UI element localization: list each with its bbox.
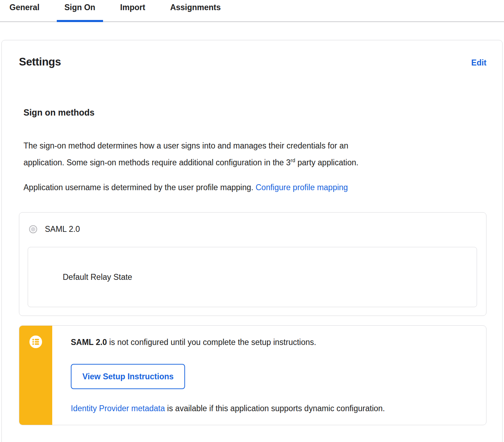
saml-radio-row: SAML 2.0	[29, 225, 477, 234]
tab-import[interactable]: Import	[113, 0, 153, 21]
settings-card: Settings Edit Sign on methods The sign-o…	[1, 40, 503, 442]
sign-on-methods-description: The sign-on method determines how a user…	[23, 137, 486, 171]
callout-title-method: SAML 2.0	[71, 338, 107, 347]
tab-sign-on[interactable]: Sign On	[57, 0, 103, 21]
description-line2-pre: application. Some sign-on methods requir…	[23, 158, 291, 167]
radio-dot	[31, 227, 35, 232]
description-line2-post: party application.	[295, 158, 358, 167]
tab-general[interactable]: General	[2, 0, 47, 21]
username-mapping-static: Application username is determined by th…	[23, 183, 256, 192]
metadata-line: Identity Provider metadata is available …	[71, 404, 472, 413]
callout-title: SAML 2.0 is not configured until you com…	[71, 337, 472, 347]
configure-profile-mapping-link[interactable]: Configure profile mapping	[256, 183, 348, 192]
sign-on-methods-heading: Sign on methods	[23, 108, 486, 118]
identity-provider-metadata-link[interactable]: Identity Provider metadata	[71, 404, 165, 413]
saml-radio-button[interactable]	[29, 225, 37, 233]
saml-method-box: SAML 2.0 Default Relay State	[19, 212, 486, 316]
settings-card-header: Settings Edit	[19, 56, 486, 68]
tab-assignments[interactable]: Assignments	[162, 0, 228, 21]
bulleted-list-icon	[29, 336, 42, 348]
tab-bar: General Sign On Import Assignments	[0, 0, 504, 22]
callout-content: SAML 2.0 is not configured until you com…	[52, 326, 486, 425]
metadata-rest: is available if this application support…	[165, 404, 385, 413]
description-line1: The sign-on method determines how a user…	[23, 141, 348, 150]
settings-title: Settings	[19, 56, 61, 68]
callout-title-rest: is not configured until you complete the…	[107, 338, 316, 347]
saml-not-configured-callout: SAML 2.0 is not configured until you com…	[19, 325, 486, 425]
edit-link[interactable]: Edit	[471, 58, 486, 68]
view-setup-instructions-button[interactable]: View Setup Instructions	[71, 364, 185, 389]
default-relay-state-box: Default Relay State	[28, 247, 477, 307]
callout-warning-bar	[19, 326, 52, 425]
saml-radio-label: SAML 2.0	[45, 225, 80, 234]
description-superscript: rd	[291, 157, 295, 163]
default-relay-state-label: Default Relay State	[63, 272, 132, 282]
username-mapping-text: Application username is determined by th…	[23, 179, 486, 196]
